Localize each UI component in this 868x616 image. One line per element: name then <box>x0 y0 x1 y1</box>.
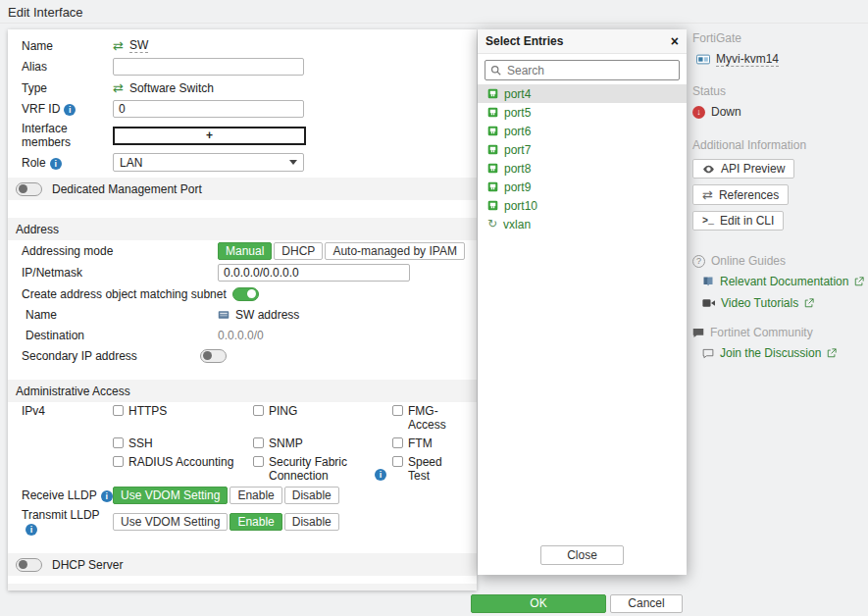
entry-label: port6 <box>504 125 531 138</box>
entry-label: port9 <box>504 180 531 194</box>
entry-port8[interactable]: port8 <box>478 159 687 178</box>
role-select[interactable]: LAN <box>113 153 304 172</box>
status-heading: Status <box>692 84 865 98</box>
dhcp-server-toggle[interactable] <box>16 558 42 572</box>
info-icon[interactable]: i <box>26 524 37 536</box>
ipv4-access-row: IPv4 HTTPS PING FMG-Access SSH SNMP FTM … <box>8 402 477 485</box>
checkbox-ping[interactable]: PING <box>253 404 392 418</box>
checkbox-label: PING <box>269 404 297 418</box>
transmit-lldp-disable-button[interactable]: Disable <box>284 513 339 531</box>
dedicated-mgmt-port-toggle[interactable] <box>16 182 42 196</box>
destination-label: Destination <box>14 329 218 342</box>
checkbox-speed-test[interactable]: Speed Test <box>392 455 469 483</box>
close-icon[interactable]: × <box>671 35 679 47</box>
device-link[interactable]: Myvi-kvm14 <box>696 52 865 67</box>
entry-port6[interactable]: port6 <box>478 122 687 140</box>
type-value: Software Switch <box>129 81 214 95</box>
documentation-link[interactable]: Relevant Documentation <box>702 275 865 288</box>
entry-port9[interactable]: port9 <box>478 178 687 196</box>
alias-input[interactable] <box>113 58 304 76</box>
join-discussion-link[interactable]: Join the Discussion <box>702 346 865 360</box>
online-guides-label: Online Guides <box>711 254 786 268</box>
network-section-header: Network <box>8 584 477 590</box>
checkbox-radius-accounting[interactable]: RADIUS Accounting <box>113 455 253 469</box>
checkbox-https[interactable]: HTTPS <box>113 404 253 418</box>
addressing-ipam-button[interactable]: Auto-managed by IPAM <box>325 242 465 260</box>
role-label-text: Role <box>22 156 46 170</box>
book-icon <box>702 276 714 287</box>
info-icon[interactable]: i <box>375 469 386 481</box>
checkbox-ssh[interactable]: SSH <box>113 436 253 450</box>
entry-port5[interactable]: port5 <box>478 103 687 122</box>
type-label: Type <box>14 81 113 95</box>
checkbox-fmg-access[interactable]: FMG-Access <box>392 404 469 432</box>
join-discussion-label: Join the Discussion <box>720 346 821 360</box>
external-link-icon <box>804 298 814 308</box>
alias-label: Alias <box>14 60 113 74</box>
references-button[interactable]: ⇄ References <box>692 184 789 205</box>
edit-in-cli-label: Edit in CLI <box>720 214 774 228</box>
name-label: Name <box>14 39 113 53</box>
network-section-title: Network <box>14 589 59 591</box>
search-box[interactable] <box>485 60 680 80</box>
entry-port7[interactable]: port7 <box>478 140 687 159</box>
ip-netmask-input[interactable] <box>218 264 410 282</box>
port-icon <box>487 163 498 174</box>
interface-members-label: Interface members <box>14 122 113 149</box>
entry-label: port10 <box>504 199 537 213</box>
page-title: Edit Interface <box>0 0 868 24</box>
create-address-object-toggle[interactable] <box>232 287 259 301</box>
fortigate-heading: FortiGate <box>692 31 865 45</box>
vrf-input[interactable] <box>113 100 304 118</box>
receive-lldp-enable-button[interactable]: Enable <box>230 487 281 504</box>
additional-info-heading: Additional Information <box>692 138 865 152</box>
transmit-lldp-enable-button[interactable]: Enable <box>230 513 281 531</box>
receive-lldp-vdom-button[interactable]: Use VDOM Setting <box>113 487 228 504</box>
ok-button[interactable]: OK <box>471 594 606 613</box>
name-value[interactable]: SW <box>129 38 148 53</box>
modal-close-button[interactable]: Close <box>540 545 624 565</box>
video-tutorials-label: Video Tutorials <box>721 296 798 310</box>
info-icon[interactable]: i <box>50 158 62 170</box>
addressing-dhcp-button[interactable]: DHCP <box>274 242 323 260</box>
interface-members-add-button[interactable]: + <box>113 127 306 145</box>
software-switch-icon: ⇄ <box>113 38 124 53</box>
edit-in-cli-button[interactable]: >_ Edit in CLI <box>692 211 784 231</box>
entry-label: port8 <box>504 162 531 176</box>
video-tutorials-link[interactable]: Video Tutorials <box>702 296 865 310</box>
type-row: Type ⇄ Software Switch <box>8 77 477 98</box>
info-icon[interactable]: i <box>101 490 113 502</box>
entry-port4[interactable]: port4 <box>478 84 687 103</box>
status-value: Down <box>711 105 741 119</box>
create-address-object-label: Create address object matching subnet <box>14 287 227 301</box>
ipv4-label: IPv4 <box>14 404 113 418</box>
transmit-lldp-vdom-button[interactable]: Use VDOM Setting <box>113 513 228 531</box>
checkbox-security-fabric-connection[interactable]: Security Fabric Connectioni <box>253 455 392 483</box>
info-sidebar: FortiGate Myvi-kvm14 Status ↓ Down Addit… <box>692 31 865 368</box>
checkbox-icon <box>392 437 403 448</box>
status-down-icon: ↓ <box>692 106 705 119</box>
receive-lldp-label-text: Receive LLDP <box>22 488 97 502</box>
checkbox-ftm[interactable]: FTM <box>392 436 469 450</box>
external-link-icon <box>854 277 864 286</box>
role-row: Rolei LAN <box>8 151 477 174</box>
role-value: LAN <box>120 156 142 170</box>
down-arrow-glyph: ↓ <box>696 107 701 117</box>
select-entries-modal: Select Entries × port4 port5 port6 port7… <box>478 29 687 575</box>
entry-vxlan[interactable]: ↻ vxlan <box>478 215 687 233</box>
addressing-manual-button[interactable]: Manual <box>218 242 272 260</box>
api-preview-button[interactable]: API Preview <box>692 159 794 179</box>
transmit-lldp-row: Transmit LLDPi Use VDOM Setting Enable D… <box>8 506 477 538</box>
receive-lldp-disable-button[interactable]: Disable <box>284 487 339 504</box>
search-input[interactable] <box>505 63 674 78</box>
checkbox-snmp[interactable]: SNMP <box>253 436 392 450</box>
info-icon[interactable]: i <box>64 104 76 116</box>
checkbox-icon <box>113 405 124 416</box>
address-section-title: Address <box>14 223 59 236</box>
cancel-button[interactable]: Cancel <box>610 594 683 613</box>
address-object-icon <box>218 309 230 321</box>
secondary-ip-toggle[interactable] <box>200 349 227 363</box>
port-icon <box>487 144 498 155</box>
entry-port10[interactable]: port10 <box>478 196 687 215</box>
question-icon: ? <box>692 255 705 268</box>
